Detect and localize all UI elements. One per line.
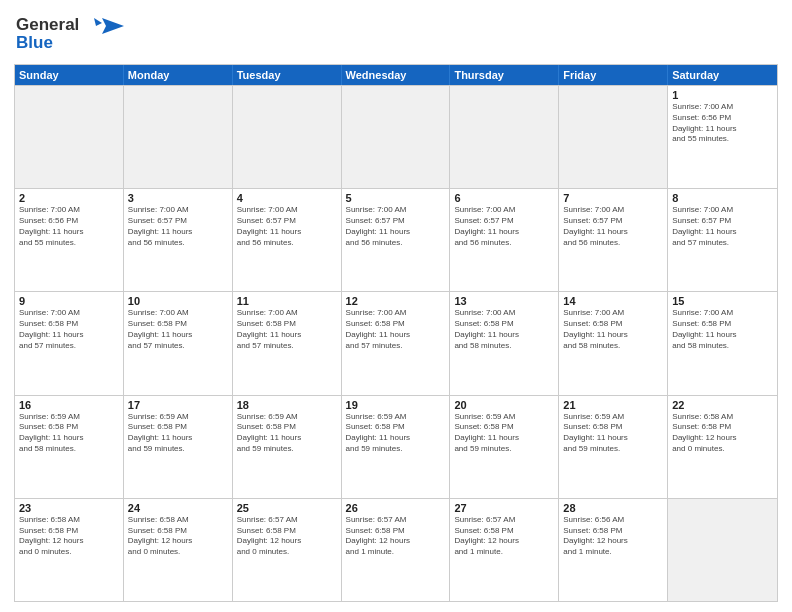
day-info: Sunrise: 7:00 AMSunset: 6:57 PMDaylight:… bbox=[128, 205, 228, 248]
day-number: 23 bbox=[19, 502, 119, 514]
day-info: Sunrise: 7:00 AMSunset: 6:57 PMDaylight:… bbox=[454, 205, 554, 248]
calendar-cell: 28Sunrise: 6:56 AMSunset: 6:58 PMDayligh… bbox=[559, 499, 668, 601]
day-info: Sunrise: 7:00 AMSunset: 6:58 PMDaylight:… bbox=[672, 308, 773, 351]
svg-marker-3 bbox=[94, 18, 102, 26]
svg-marker-2 bbox=[102, 18, 124, 34]
calendar-row: 16Sunrise: 6:59 AMSunset: 6:58 PMDayligh… bbox=[15, 395, 777, 498]
day-info: Sunrise: 6:59 AMSunset: 6:58 PMDaylight:… bbox=[237, 412, 337, 455]
day-number: 8 bbox=[672, 192, 773, 204]
calendar-cell bbox=[559, 86, 668, 188]
calendar-row: 1Sunrise: 7:00 AMSunset: 6:56 PMDaylight… bbox=[15, 85, 777, 188]
calendar: SundayMondayTuesdayWednesdayThursdayFrid… bbox=[14, 64, 778, 602]
day-info: Sunrise: 6:57 AMSunset: 6:58 PMDaylight:… bbox=[454, 515, 554, 558]
day-number: 27 bbox=[454, 502, 554, 514]
page: General Blue SundayMondayTuesdayWednesda… bbox=[0, 0, 792, 612]
day-number: 19 bbox=[346, 399, 446, 411]
calendar-cell: 27Sunrise: 6:57 AMSunset: 6:58 PMDayligh… bbox=[450, 499, 559, 601]
calendar-cell: 19Sunrise: 6:59 AMSunset: 6:58 PMDayligh… bbox=[342, 396, 451, 498]
svg-text:Blue: Blue bbox=[16, 33, 53, 52]
calendar-row: 23Sunrise: 6:58 AMSunset: 6:58 PMDayligh… bbox=[15, 498, 777, 601]
calendar-cell: 17Sunrise: 6:59 AMSunset: 6:58 PMDayligh… bbox=[124, 396, 233, 498]
calendar-cell: 25Sunrise: 6:57 AMSunset: 6:58 PMDayligh… bbox=[233, 499, 342, 601]
day-number: 26 bbox=[346, 502, 446, 514]
day-info: Sunrise: 6:59 AMSunset: 6:58 PMDaylight:… bbox=[454, 412, 554, 455]
calendar-cell bbox=[233, 86, 342, 188]
calendar-cell: 5Sunrise: 7:00 AMSunset: 6:57 PMDaylight… bbox=[342, 189, 451, 291]
calendar-cell: 1Sunrise: 7:00 AMSunset: 6:56 PMDaylight… bbox=[668, 86, 777, 188]
day-info: Sunrise: 6:57 AMSunset: 6:58 PMDaylight:… bbox=[346, 515, 446, 558]
day-number: 28 bbox=[563, 502, 663, 514]
calendar-cell bbox=[15, 86, 124, 188]
day-info: Sunrise: 6:59 AMSunset: 6:58 PMDaylight:… bbox=[19, 412, 119, 455]
calendar-cell bbox=[668, 499, 777, 601]
day-info: Sunrise: 6:57 AMSunset: 6:58 PMDaylight:… bbox=[237, 515, 337, 558]
day-info: Sunrise: 7:00 AMSunset: 6:58 PMDaylight:… bbox=[563, 308, 663, 351]
calendar-body: 1Sunrise: 7:00 AMSunset: 6:56 PMDaylight… bbox=[15, 85, 777, 601]
day-number: 7 bbox=[563, 192, 663, 204]
calendar-cell: 12Sunrise: 7:00 AMSunset: 6:58 PMDayligh… bbox=[342, 292, 451, 394]
day-info: Sunrise: 7:00 AMSunset: 6:57 PMDaylight:… bbox=[346, 205, 446, 248]
calendar-cell: 13Sunrise: 7:00 AMSunset: 6:58 PMDayligh… bbox=[450, 292, 559, 394]
calendar-row: 9Sunrise: 7:00 AMSunset: 6:58 PMDaylight… bbox=[15, 291, 777, 394]
day-info: Sunrise: 6:59 AMSunset: 6:58 PMDaylight:… bbox=[128, 412, 228, 455]
day-number: 13 bbox=[454, 295, 554, 307]
calendar-cell: 9Sunrise: 7:00 AMSunset: 6:58 PMDaylight… bbox=[15, 292, 124, 394]
calendar-cell bbox=[342, 86, 451, 188]
day-number: 4 bbox=[237, 192, 337, 204]
calendar-cell: 26Sunrise: 6:57 AMSunset: 6:58 PMDayligh… bbox=[342, 499, 451, 601]
calendar-cell: 16Sunrise: 6:59 AMSunset: 6:58 PMDayligh… bbox=[15, 396, 124, 498]
day-info: Sunrise: 7:00 AMSunset: 6:57 PMDaylight:… bbox=[563, 205, 663, 248]
header: General Blue bbox=[14, 10, 778, 58]
day-info: Sunrise: 6:58 AMSunset: 6:58 PMDaylight:… bbox=[128, 515, 228, 558]
day-number: 25 bbox=[237, 502, 337, 514]
day-number: 15 bbox=[672, 295, 773, 307]
day-info: Sunrise: 7:00 AMSunset: 6:56 PMDaylight:… bbox=[672, 102, 773, 145]
day-number: 10 bbox=[128, 295, 228, 307]
day-info: Sunrise: 6:56 AMSunset: 6:58 PMDaylight:… bbox=[563, 515, 663, 558]
calendar-cell: 6Sunrise: 7:00 AMSunset: 6:57 PMDaylight… bbox=[450, 189, 559, 291]
calendar-cell: 2Sunrise: 7:00 AMSunset: 6:56 PMDaylight… bbox=[15, 189, 124, 291]
weekday-header: Wednesday bbox=[342, 65, 451, 85]
day-info: Sunrise: 6:58 AMSunset: 6:58 PMDaylight:… bbox=[19, 515, 119, 558]
day-info: Sunrise: 7:00 AMSunset: 6:57 PMDaylight:… bbox=[672, 205, 773, 248]
svg-text:General: General bbox=[16, 15, 79, 34]
day-info: Sunrise: 7:00 AMSunset: 6:56 PMDaylight:… bbox=[19, 205, 119, 248]
day-info: Sunrise: 7:00 AMSunset: 6:58 PMDaylight:… bbox=[128, 308, 228, 351]
logo: General Blue bbox=[14, 10, 124, 58]
logo-text: General Blue bbox=[14, 10, 124, 58]
day-number: 1 bbox=[672, 89, 773, 101]
calendar-cell: 15Sunrise: 7:00 AMSunset: 6:58 PMDayligh… bbox=[668, 292, 777, 394]
day-info: Sunrise: 6:59 AMSunset: 6:58 PMDaylight:… bbox=[346, 412, 446, 455]
day-info: Sunrise: 7:00 AMSunset: 6:58 PMDaylight:… bbox=[237, 308, 337, 351]
day-number: 14 bbox=[563, 295, 663, 307]
day-number: 2 bbox=[19, 192, 119, 204]
day-info: Sunrise: 7:00 AMSunset: 6:58 PMDaylight:… bbox=[454, 308, 554, 351]
day-number: 20 bbox=[454, 399, 554, 411]
weekday-header: Tuesday bbox=[233, 65, 342, 85]
day-info: Sunrise: 7:00 AMSunset: 6:57 PMDaylight:… bbox=[237, 205, 337, 248]
weekday-header: Sunday bbox=[15, 65, 124, 85]
day-number: 22 bbox=[672, 399, 773, 411]
weekday-header: Thursday bbox=[450, 65, 559, 85]
calendar-cell bbox=[124, 86, 233, 188]
day-number: 6 bbox=[454, 192, 554, 204]
day-number: 3 bbox=[128, 192, 228, 204]
calendar-cell: 14Sunrise: 7:00 AMSunset: 6:58 PMDayligh… bbox=[559, 292, 668, 394]
day-number: 9 bbox=[19, 295, 119, 307]
calendar-cell: 3Sunrise: 7:00 AMSunset: 6:57 PMDaylight… bbox=[124, 189, 233, 291]
day-number: 5 bbox=[346, 192, 446, 204]
calendar-cell: 24Sunrise: 6:58 AMSunset: 6:58 PMDayligh… bbox=[124, 499, 233, 601]
calendar-cell: 4Sunrise: 7:00 AMSunset: 6:57 PMDaylight… bbox=[233, 189, 342, 291]
calendar-header: SundayMondayTuesdayWednesdayThursdayFrid… bbox=[15, 65, 777, 85]
day-info: Sunrise: 7:00 AMSunset: 6:58 PMDaylight:… bbox=[346, 308, 446, 351]
day-number: 24 bbox=[128, 502, 228, 514]
day-number: 18 bbox=[237, 399, 337, 411]
day-number: 16 bbox=[19, 399, 119, 411]
day-info: Sunrise: 6:58 AMSunset: 6:58 PMDaylight:… bbox=[672, 412, 773, 455]
day-number: 17 bbox=[128, 399, 228, 411]
day-number: 21 bbox=[563, 399, 663, 411]
calendar-cell: 11Sunrise: 7:00 AMSunset: 6:58 PMDayligh… bbox=[233, 292, 342, 394]
calendar-cell: 7Sunrise: 7:00 AMSunset: 6:57 PMDaylight… bbox=[559, 189, 668, 291]
day-number: 12 bbox=[346, 295, 446, 307]
calendar-cell bbox=[450, 86, 559, 188]
